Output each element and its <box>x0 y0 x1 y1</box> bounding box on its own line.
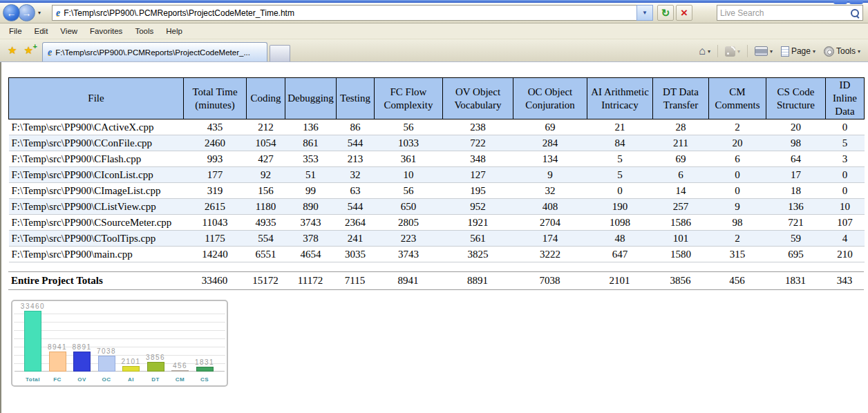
column-header: Testing <box>337 78 375 119</box>
ie-tab-icon: e <box>48 47 52 58</box>
chart-bar <box>196 367 214 372</box>
value-cell: 257 <box>653 199 709 215</box>
tools-button[interactable]: Tools ▾ <box>820 45 864 58</box>
value-cell: 3 <box>826 151 865 167</box>
value-cell: 554 <box>247 231 285 247</box>
search-input[interactable] <box>720 8 850 18</box>
stop-button[interactable]: × <box>676 5 692 21</box>
search-box[interactable] <box>717 5 863 21</box>
chart-baseline <box>15 371 225 372</box>
totals-value: 11172 <box>285 272 336 290</box>
value-cell: 10 <box>826 199 865 215</box>
toolbar-separator <box>717 45 718 57</box>
column-header: CS Code Structure <box>766 78 826 119</box>
table-row: F:\Temp\src\PP900\CImageList.cpp31915699… <box>9 183 865 199</box>
value-cell: 98 <box>709 215 766 231</box>
chart-plot: 33460Total8941FC8891OV7038OC2101AI3856DT… <box>12 301 227 385</box>
value-cell: 695 <box>766 247 826 262</box>
table-row: F:\Temp\src\PP900\CActiveX.cpp4352121368… <box>9 119 865 135</box>
file-cell: F:\Temp\src\PP900\CToolTips.cpp <box>9 231 184 247</box>
recent-pages-dropdown[interactable]: ▾ <box>35 10 44 16</box>
value-cell: 3825 <box>443 247 513 262</box>
value-cell: 861 <box>285 135 337 151</box>
menu-bar: File Edit View Favorites Tools Help <box>0 23 868 39</box>
column-header: Coding <box>247 78 285 119</box>
value-cell: 0 <box>587 183 653 199</box>
home-button[interactable]: ⌂ ▾ <box>695 44 714 58</box>
forward-button[interactable]: → <box>18 4 35 21</box>
value-cell: 319 <box>184 183 247 199</box>
value-cell: 890 <box>285 199 337 215</box>
value-cell: 211 <box>653 135 709 151</box>
print-button[interactable]: ▾ <box>751 45 776 57</box>
value-cell: 134 <box>513 151 587 167</box>
chevron-down-icon[interactable]: ▾ <box>770 48 773 55</box>
totals-value: 8891 <box>442 272 513 290</box>
value-cell: 238 <box>443 119 513 135</box>
table-row: F:\Temp\src\PP900\CIconList.cpp177925132… <box>9 167 865 183</box>
ie-page-icon: e <box>56 8 60 19</box>
tab-title: F:\Temp\src\PP900\.PCMReports\ProjectCod… <box>55 48 250 57</box>
address-dropdown-button[interactable]: ▼ <box>636 5 653 21</box>
value-cell: 561 <box>443 231 513 247</box>
value-cell: 28 <box>653 119 709 135</box>
value-cell: 223 <box>375 231 443 247</box>
value-cell: 84 <box>587 135 653 151</box>
tab-current[interactable]: e F:\Temp\src\PP900\.PCMReports\ProjectC… <box>42 42 267 61</box>
column-header: AI Arithmetic Intricacy <box>587 78 653 119</box>
column-header: DT Data Transfer <box>653 78 709 119</box>
menu-item-edit[interactable]: Edit <box>28 24 55 38</box>
totals-chart: 33460Total8941FC8891OV7038OC2101AI3856DT… <box>11 300 228 387</box>
chart-value-label: 33460 <box>12 302 57 310</box>
feed-button[interactable]: ▾ <box>721 45 744 58</box>
value-cell: 427 <box>247 151 285 167</box>
address-field[interactable]: e <box>52 5 636 21</box>
value-cell: 18 <box>766 183 826 199</box>
totals-value: 3856 <box>652 272 708 290</box>
column-header: Debugging <box>285 78 337 119</box>
menu-item-favorites[interactable]: Favorites <box>84 24 129 38</box>
favorites-center-icon[interactable]: ★ <box>4 44 20 61</box>
value-cell: 51 <box>285 167 337 183</box>
column-header: Total Time (minutes) <box>184 78 247 119</box>
column-header: FC Flow Complexity <box>375 78 443 119</box>
chevron-down-icon[interactable]: ▾ <box>813 48 815 55</box>
chevron-down-icon: ▾ <box>737 48 740 55</box>
value-cell: 86 <box>337 119 375 135</box>
value-cell: 241 <box>337 231 375 247</box>
search-icon[interactable] <box>850 8 860 18</box>
value-cell: 544 <box>337 199 375 215</box>
back-button[interactable]: ← <box>3 4 20 21</box>
value-cell: 378 <box>285 231 337 247</box>
add-favorite-icon[interactable]: ★ <box>20 44 36 61</box>
menu-item-view[interactable]: View <box>54 24 84 38</box>
value-cell: 993 <box>184 151 247 167</box>
window-control-stub[interactable] <box>833 0 847 4</box>
value-cell: 92 <box>247 167 285 183</box>
value-cell: 98 <box>766 135 826 151</box>
new-tab-stub[interactable] <box>270 45 290 61</box>
menu-item-help[interactable]: Help <box>160 24 189 38</box>
report-table: FileTotal Time (minutes)CodingDebuggingT… <box>8 77 865 262</box>
window-control-stub[interactable] <box>849 0 863 4</box>
table-row: F:\Temp\src\PP900\CFlash.cpp993427353213… <box>9 151 865 167</box>
menu-item-tools[interactable]: Tools <box>129 24 160 38</box>
column-header: File <box>9 78 184 119</box>
value-cell: 6551 <box>247 247 285 262</box>
chevron-down-icon[interactable]: ▾ <box>708 48 710 55</box>
address-input[interactable] <box>64 8 633 18</box>
tab-bar: ★ ★ e F:\Temp\src\PP900\.PCMReports\Proj… <box>0 39 868 62</box>
chevron-down-icon[interactable]: ▾ <box>858 48 860 55</box>
value-cell: 6 <box>653 167 709 183</box>
menu-item-file[interactable]: File <box>3 24 28 38</box>
value-cell: 353 <box>285 151 337 167</box>
totals-value: 7115 <box>336 272 374 290</box>
page-button[interactable]: Page ▾ <box>777 45 819 58</box>
value-cell: 1586 <box>653 215 709 231</box>
page-content: FileTotal Time (minutes)CodingDebuggingT… <box>0 62 868 413</box>
value-cell: 3222 <box>513 247 587 262</box>
value-cell: 127 <box>443 167 513 183</box>
value-cell: 63 <box>337 183 375 199</box>
value-cell: 3743 <box>375 247 443 262</box>
refresh-button[interactable]: ↻ <box>657 5 674 21</box>
